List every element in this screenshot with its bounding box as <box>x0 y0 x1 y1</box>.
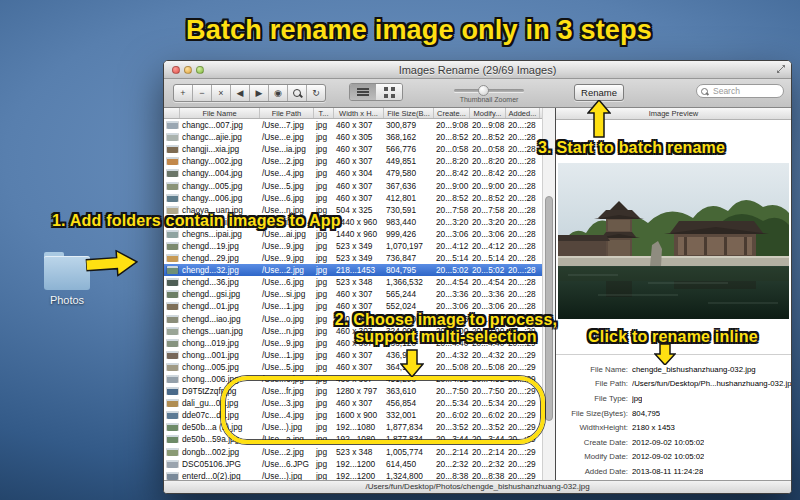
cell-type: jpg <box>314 459 334 469</box>
column-header[interactable]: Create... <box>434 108 470 118</box>
column-header[interactable]: File Size(B... <box>384 108 434 118</box>
column-header[interactable]: Width x H... <box>334 108 384 118</box>
preview-eye-button[interactable]: ◉ <box>269 85 288 101</box>
list-icon <box>357 88 369 96</box>
cell-type: jpg <box>314 181 334 191</box>
table-row[interactable]: chengd...19.jpg/Use...9.jpgjpg523 x 3491… <box>164 240 542 252</box>
cell-type: jpg <box>314 241 334 251</box>
magnifier-button[interactable] <box>288 85 307 101</box>
arrow-down-icon-step2 <box>400 349 424 377</box>
cell-modified: 20...0:58 <box>470 144 506 154</box>
cell-created: 20...4:54 <box>434 277 470 287</box>
preview-panel: Image Preview <box>555 108 791 482</box>
table-row[interactable]: chengd...29.jpg/Use...9.jpgjpg523 x 3497… <box>164 252 542 264</box>
cell-dims: 523 x 348 <box>334 277 384 287</box>
table-row[interactable]: chengd...36.jpg/Use...6.jpgjpg523 x 3481… <box>164 276 542 288</box>
cell-name: changy...004.jpg <box>180 168 260 178</box>
table-row[interactable]: changy...006.jpg/Use...6.jpgjpg460 x 307… <box>164 192 542 204</box>
cell-name: changy...002.jpg <box>180 156 260 166</box>
detail-row: Modify Date:2012-09-02 10:05:02 <box>556 450 791 465</box>
cell-size: 300,879 <box>384 120 434 130</box>
table-row[interactable]: DSC05106.JPG/Use...6.JPGjpg192...1200614… <box>164 458 542 470</box>
cell-type: jpg <box>314 277 334 287</box>
thumbnail-cell <box>164 194 180 202</box>
cell-dims: 460 x 307 <box>334 144 384 154</box>
cell-added: 20...:28 <box>506 120 540 130</box>
next-button[interactable]: ▶ <box>250 85 269 101</box>
previous-button[interactable]: ◀ <box>231 85 250 101</box>
table-row[interactable]: changy...005.jpg/Use...5.jpgjpg460 x 307… <box>164 179 542 191</box>
cell-type: jpg <box>314 447 334 457</box>
table-row[interactable]: chong...001.jpg/Use...1.jpgjpg460 x 3074… <box>164 349 542 361</box>
table-row[interactable]: chengd...gsi.jpg/Use...si.jpgjpg460 x 30… <box>164 288 542 300</box>
callout-step1: 1. Add folders contain images to App <box>52 212 341 230</box>
cell-created: 20...2:32 <box>434 459 470 469</box>
table-row[interactable]: changy...004.jpg/Use...4.jpgjpg460 x 304… <box>164 167 542 179</box>
cell-name: chengs...uan.jpg <box>180 326 260 336</box>
image-thumbnail <box>167 423 178 431</box>
refresh-button[interactable]: ↻ <box>307 85 325 101</box>
cell-dims: 460 x 307 <box>334 120 384 130</box>
cell-dims: 523 x 349 <box>334 253 384 263</box>
cell-created: 20...9:08 <box>434 120 470 130</box>
desktop: Batch rename image only in 3 steps Photo… <box>0 0 800 500</box>
cell-modified: 20...8:52 <box>470 132 506 142</box>
search-input[interactable] <box>711 85 779 97</box>
cell-created: 20...5:02 <box>434 265 470 275</box>
cell-size: 367,636 <box>384 181 434 191</box>
image-thumbnail <box>167 339 178 347</box>
search-icon <box>701 88 708 95</box>
rename-button[interactable]: Rename <box>574 84 624 101</box>
list-view-button[interactable] <box>350 84 376 100</box>
cell-type: jpg <box>314 193 334 203</box>
table-row[interactable]: changc...007.jpg/Use...7.jpgjpg460 x 307… <box>164 119 542 131</box>
cell-size: 368,162 <box>384 132 434 142</box>
image-thumbnail <box>167 387 178 395</box>
zoomer-slider[interactable] <box>454 89 524 92</box>
vertical-scrollbar[interactable] <box>542 108 555 482</box>
title-bar[interactable]: Images Rename (29/69 Images) <box>164 61 791 79</box>
cell-dims: 460 x 307 <box>334 362 384 372</box>
grid-view-button[interactable] <box>376 84 402 100</box>
image-thumbnail <box>167 411 178 419</box>
add-button[interactable]: + <box>174 85 193 101</box>
table-header: File NameFile PathT...Width x H...File S… <box>164 108 542 119</box>
image-thumbnail <box>167 266 178 274</box>
table-row[interactable]: changy...002.jpg/Use...2.jpgjpg460 x 307… <box>164 155 542 167</box>
cell-modified: 20...5:02 <box>470 265 506 275</box>
slider-knob[interactable] <box>478 85 489 96</box>
cell-added: 20...:28 <box>506 144 540 154</box>
file-name-inline-edit[interactable]: chengde_bishushanzhuang-032.jpg <box>632 365 756 374</box>
table-row[interactable]: dongb...002.jpg/Use...2.jpgjpg523 x 3481… <box>164 446 542 458</box>
table-row[interactable]: changji...xia.jpg/Use...ia.jpgjpg460 x 3… <box>164 143 542 155</box>
cell-created: 20...8:52 <box>434 132 470 142</box>
cell-path: /Use...n.jpg <box>260 326 314 336</box>
fullscreen-icon[interactable] <box>776 64 786 74</box>
callout-step3: 3. Start to batch rename <box>538 139 725 157</box>
cell-path: /Use...2.jpg <box>260 265 314 275</box>
remove-button[interactable]: − <box>193 85 212 101</box>
column-header[interactable]: Modify... <box>470 108 506 118</box>
cell-added: 20...:28 <box>506 205 540 215</box>
scrollbar-thumb[interactable] <box>545 196 553 421</box>
detail-label: File Type: <box>556 394 632 403</box>
table-row[interactable]: changc...ajie.jpg/Use...e.jpgjpg460 x 30… <box>164 131 542 143</box>
column-header[interactable]: T... <box>314 108 334 118</box>
cell-size: 1,005,774 <box>384 447 434 457</box>
cell-added: 20...:28 <box>506 289 540 299</box>
cell-path: /Use...9.jpg <box>260 253 314 263</box>
column-header[interactable]: File Name <box>180 108 260 118</box>
table-row[interactable]: chong...005.jpg/Use...5.jpgjpg460 x 3073… <box>164 361 542 373</box>
clear-button[interactable]: × <box>212 85 231 101</box>
cell-type: jpg <box>314 362 334 372</box>
table-row-selected[interactable]: chengd...32.jpg/Use...2.jpgjpg218...1453… <box>164 264 542 276</box>
search-field[interactable] <box>696 84 784 98</box>
cell-modified: 20...3:06 <box>470 301 506 311</box>
cell-size: 412,801 <box>384 193 434 203</box>
cell-modified: 20...4:54 <box>470 277 506 287</box>
thumbnail-cell <box>164 157 180 165</box>
image-thumbnail <box>167 351 178 359</box>
column-header[interactable]: File Path <box>260 108 314 118</box>
column-header[interactable]: Added... <box>506 108 540 118</box>
detail-row: Create Date:2012-09-02 10:05:02 <box>556 435 791 450</box>
